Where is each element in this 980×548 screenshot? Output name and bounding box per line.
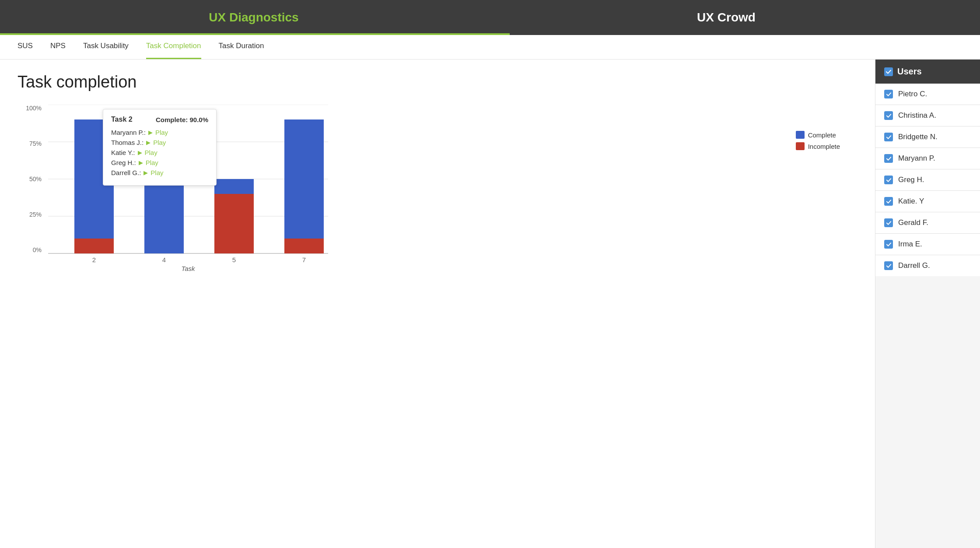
sidebar-user-5[interactable]: Katie. Y	[875, 191, 980, 212]
tooltip-row-2: Katie Y.: ▶ Play	[111, 149, 208, 156]
y-label-50: 50%	[18, 176, 42, 183]
sidebar-header: Users	[875, 60, 980, 84]
play-icon-0: ▶	[148, 129, 153, 136]
tooltip-rows: Maryann P.: ▶ Play Thomas J.: ▶ Play Kat…	[111, 129, 208, 176]
nav: SUS NPS Task Usability Task Completion T…	[0, 35, 980, 60]
user-checkbox-6[interactable]	[884, 218, 893, 227]
play-link-2[interactable]: Play	[145, 149, 158, 156]
sidebar: Users Pietro C. Christina A. Bridgette N…	[875, 60, 980, 548]
bar-task5-incomplete	[214, 194, 254, 253]
sidebar-user-1[interactable]: Christina A.	[875, 105, 980, 126]
sidebar-user-0[interactable]: Pietro C.	[875, 84, 980, 105]
chart-tooltip: Task 2 Complete: 90.0% Maryann P.: ▶ Pla…	[103, 109, 217, 186]
nav-task-duration[interactable]: Task Duration	[219, 35, 264, 59]
sidebar-user-2[interactable]: Bridgette N.	[875, 126, 980, 148]
sidebar-user-8[interactable]: Darrell G.	[875, 255, 980, 276]
bar-task7-complete	[284, 119, 324, 253]
nav-task-completion[interactable]: Task Completion	[146, 35, 201, 59]
play-icon-1: ▶	[146, 139, 150, 146]
header-divider	[0, 33, 510, 35]
nav-nps[interactable]: NPS	[50, 35, 66, 59]
user-checkbox-7[interactable]	[884, 240, 893, 249]
user-checkbox-4[interactable]	[884, 176, 893, 184]
x-axis-title: Task	[181, 265, 196, 271]
user-checkbox-8[interactable]	[884, 261, 893, 270]
nav-task-usability[interactable]: Task Usability	[83, 35, 129, 59]
play-link-4[interactable]: Play	[150, 169, 163, 176]
user-name-3: Maryann P.	[898, 154, 935, 163]
bar-task2-incomplete	[74, 239, 114, 253]
sidebar-header-label: Users	[897, 67, 922, 77]
user-name-8: Darrell G.	[898, 261, 930, 270]
header-right-title: UX Crowd	[490, 11, 962, 25]
header: UX Diagnostics UX Crowd	[0, 0, 980, 35]
sidebar-all-checkbox[interactable]	[884, 67, 893, 76]
sidebar-user-4[interactable]: Greg H.	[875, 169, 980, 191]
y-label-75: 75%	[18, 140, 42, 147]
user-name-2: Bridgette N.	[898, 133, 938, 141]
tooltip-row-3: Greg H.: ▶ Play	[111, 159, 208, 166]
tooltip-row-1: Thomas J.: ▶ Play	[111, 139, 208, 146]
bar-task4-complete	[144, 179, 184, 253]
nav-sus[interactable]: SUS	[18, 35, 33, 59]
tooltip-header: Task 2 Complete: 90.0%	[111, 116, 208, 123]
sidebar-user-6[interactable]: Gerald F.	[875, 212, 980, 234]
play-link-1[interactable]: Play	[153, 139, 166, 146]
y-label-25: 25%	[18, 211, 42, 218]
page-title: Task completion	[18, 73, 858, 91]
bar-task7-incomplete	[284, 239, 324, 253]
user-checkbox-2[interactable]	[884, 133, 893, 141]
play-link-3[interactable]: Play	[146, 159, 158, 166]
sidebar-user-7[interactable]: Irma E.	[875, 234, 980, 255]
x-label-5: 5	[232, 256, 236, 263]
play-link-0[interactable]: Play	[155, 129, 168, 136]
user-checkbox-0[interactable]	[884, 90, 893, 98]
y-label-100: 100%	[18, 105, 42, 112]
tooltip-task-label: Task 2	[111, 116, 133, 123]
user-name-7: Irma E.	[898, 240, 922, 249]
user-name-5: Katie. Y	[898, 197, 924, 206]
tooltip-row-4: Darrell G.: ▶ Play	[111, 169, 208, 176]
y-axis: 100% 75% 50% 25% 0%	[18, 105, 42, 253]
main-container: Task completion Complete Incomplete 100%…	[0, 60, 980, 548]
tooltip-complete-label: Complete: 90.0%	[156, 116, 208, 123]
tooltip-row-0: Maryann P.: ▶ Play	[111, 129, 208, 136]
play-icon-3: ▶	[139, 159, 143, 166]
user-checkbox-5[interactable]	[884, 197, 893, 206]
chart-wrapper: Complete Incomplete 100% 75% 50% 25% 0%	[18, 105, 858, 275]
content-area: Task completion Complete Incomplete 100%…	[0, 60, 875, 548]
header-left-title: UX Diagnostics	[18, 11, 490, 25]
x-label-7: 7	[302, 256, 306, 263]
x-label-2: 2	[92, 256, 96, 263]
x-label-4: 4	[162, 256, 166, 263]
play-icon-4: ▶	[144, 169, 148, 176]
user-checkbox-1[interactable]	[884, 111, 893, 120]
user-name-4: Greg H.	[898, 176, 924, 184]
user-name-1: Christina A.	[898, 111, 936, 120]
user-name-0: Pietro C.	[898, 90, 927, 98]
play-icon-2: ▶	[138, 149, 142, 156]
user-checkbox-3[interactable]	[884, 154, 893, 163]
y-label-0: 0%	[18, 246, 42, 253]
user-name-6: Gerald F.	[898, 218, 928, 227]
sidebar-user-3[interactable]: Maryann P.	[875, 148, 980, 169]
